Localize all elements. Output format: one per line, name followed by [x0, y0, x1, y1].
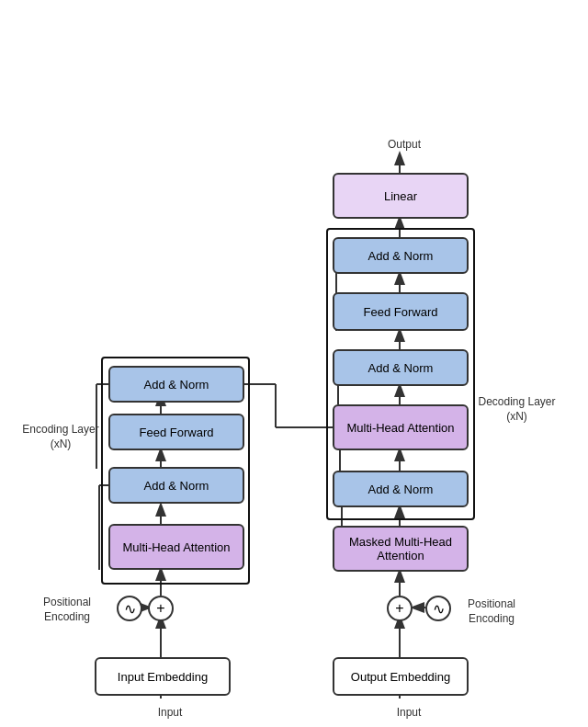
decoding-layer-label: Decoding Layer (xN): [478, 395, 556, 424]
output-label: Output: [377, 138, 432, 151]
encoder-sine-symbol: ∿: [117, 596, 142, 621]
decoder-border: [326, 228, 475, 520]
input-embedding-box: Input Embedding: [95, 657, 231, 696]
masked-multi-head: Masked Multi-Head Attention: [333, 526, 469, 572]
encoder-plus-symbol: +: [148, 596, 174, 621]
decoder-input-label: Input: [381, 706, 436, 719]
encoder-input-label: Input: [142, 706, 198, 719]
decoder-positional-encoding-label: Positional Encoding: [455, 597, 528, 626]
encoder-border: [101, 357, 250, 585]
output-embedding-box: Output Embedding: [333, 657, 469, 696]
decoder-plus-symbol: +: [387, 596, 413, 621]
transformer-diagram: Output Linear Add & Norm Feed Forward Ad…: [0, 0, 588, 727]
linear-box: Linear: [333, 173, 469, 219]
encoding-layer-label: Encoding Layer (xN): [20, 423, 101, 451]
encoder-positional-encoding-label: Positional Encoding: [26, 596, 108, 624]
decoder-sine-symbol: ∿: [425, 596, 451, 621]
